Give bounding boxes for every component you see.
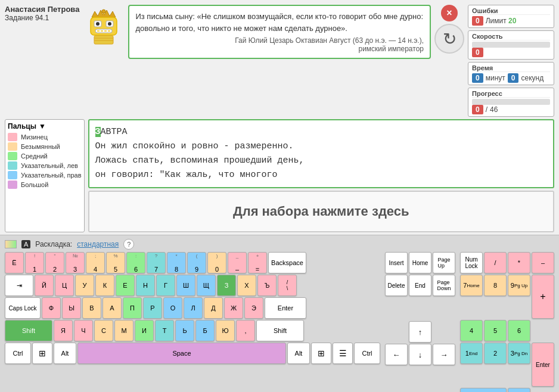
key-shift-right[interactable]: Shift: [256, 320, 304, 341]
key-6[interactable]: :6: [126, 252, 145, 273]
key-num6[interactable]: 6: [508, 320, 530, 341]
finger-header[interactable]: Пальцы ▼: [8, 122, 82, 130]
key-sh[interactable]: Ш: [176, 275, 195, 296]
quote-author: Гай Юлий Цезарь Октавиан Август (63 до н…: [135, 36, 424, 53]
key-down[interactable]: ↓: [409, 344, 431, 365]
key-win-left[interactable]: ⊞: [32, 343, 52, 364]
key-1[interactable]: !1: [25, 252, 44, 273]
key-num2[interactable]: 2: [484, 343, 507, 364]
key-b[interactable]: Б: [195, 320, 215, 341]
key-shift-left[interactable]: Shift: [5, 320, 52, 341]
key-num5[interactable]: 5: [484, 320, 507, 341]
key-yu[interactable]: Ю: [216, 320, 235, 341]
key-tab[interactable]: ⇥: [5, 275, 33, 296]
nav-grid-mid: Delete End PageDown: [385, 275, 455, 296]
key-num9[interactable]: 9Pg Up: [508, 275, 530, 296]
key-num-star[interactable]: *: [508, 252, 530, 273]
key-num3[interactable]: 3Pg Dn: [508, 343, 530, 364]
key-num8[interactable]: 8: [484, 275, 507, 296]
key-j[interactable]: Й: [35, 275, 54, 296]
key-num7[interactable]: 7Home: [460, 275, 483, 296]
key-comma[interactable]: ,: [236, 320, 255, 341]
key-8[interactable]: *8: [167, 252, 186, 273]
arrow-grid: ↑: [385, 321, 455, 343]
key-g[interactable]: Г: [156, 275, 175, 296]
key-e[interactable]: Э: [244, 297, 263, 319]
key-s[interactable]: С: [94, 320, 113, 341]
key-num0[interactable]: 0Insert: [460, 388, 507, 392]
key-num-plus[interactable]: +: [532, 275, 554, 319]
key-end[interactable]: End: [409, 275, 431, 296]
key-hard[interactable]: Ъ: [257, 275, 277, 296]
key-yo[interactable]: Ё: [5, 252, 24, 273]
key-insert[interactable]: Insert: [385, 252, 408, 273]
key-d[interactable]: Д: [204, 297, 223, 319]
key-l[interactable]: Л: [184, 297, 203, 319]
key-7[interactable]: ?7: [147, 252, 166, 273]
svg-rect-9: [104, 30, 107, 32]
key-3[interactable]: №3: [66, 252, 85, 273]
key-5[interactable]: %5: [106, 252, 125, 273]
layout-link[interactable]: стандартная: [77, 240, 119, 248]
key-left[interactable]: ←: [385, 344, 408, 365]
key-2[interactable]: "2: [45, 252, 64, 273]
key-pgup[interactable]: PageUp: [433, 252, 455, 273]
key-ctrl-left[interactable]: Ctrl: [5, 343, 31, 364]
refresh-button[interactable]: ↻: [434, 24, 464, 54]
key-space[interactable]: Space: [77, 343, 286, 364]
close-button[interactable]: ×: [441, 5, 458, 21]
key-9[interactable]: (9: [187, 252, 206, 273]
input-area[interactable]: Для набора нажмите здесь: [88, 191, 554, 232]
key-o[interactable]: О: [163, 297, 182, 319]
svg-point-4: [96, 22, 100, 26]
key-num-enter[interactable]: Enter: [532, 343, 554, 387]
key-kh[interactable]: Х: [237, 275, 256, 296]
key-up[interactable]: ↑: [409, 321, 431, 343]
key-n[interactable]: Н: [136, 275, 155, 296]
key-numlock[interactable]: NumLock: [460, 252, 483, 273]
key-f[interactable]: Ф: [42, 297, 61, 319]
key-p[interactable]: П: [123, 297, 142, 319]
key-enter[interactable]: Enter: [265, 297, 306, 319]
help-button[interactable]: ?: [123, 239, 134, 250]
key-0[interactable]: )0: [207, 252, 226, 273]
key-ye[interactable]: Е: [116, 275, 135, 296]
key-ctrl-right[interactable]: Ctrl: [354, 343, 380, 364]
key-r[interactable]: Р: [143, 297, 162, 319]
speed-value: 0: [472, 48, 483, 57]
key-k[interactable]: К: [95, 275, 114, 296]
key-pgdn[interactable]: PageDown: [433, 275, 455, 296]
key-4[interactable]: ;4: [86, 252, 105, 273]
key-m[interactable]: М: [114, 320, 133, 341]
key-yi[interactable]: Ы: [62, 297, 81, 319]
key-num-minus[interactable]: –: [532, 252, 554, 273]
key-t[interactable]: Т: [155, 320, 174, 341]
key-v[interactable]: В: [82, 297, 101, 319]
key-backspace[interactable]: Backspace: [268, 252, 306, 273]
key-num1[interactable]: 1End: [460, 343, 483, 364]
key-ya[interactable]: Я: [54, 320, 73, 341]
key-i[interactable]: И: [135, 320, 154, 341]
key-u[interactable]: У: [75, 275, 94, 296]
key-caps[interactable]: Caps Lock: [5, 297, 41, 319]
key-slash[interactable]: /\: [278, 275, 297, 296]
key-num-slash[interactable]: /: [484, 252, 507, 273]
key-a[interactable]: А: [103, 297, 122, 319]
key-right[interactable]: →: [433, 344, 455, 365]
key-ts[interactable]: Ц: [55, 275, 74, 296]
key-alt-left[interactable]: Alt: [54, 343, 76, 364]
key-num4[interactable]: 4: [460, 320, 483, 341]
key-num-dot[interactable]: .Del: [508, 388, 530, 392]
key-menu[interactable]: ☰: [333, 343, 353, 364]
key-win-right[interactable]: ⊞: [311, 343, 331, 364]
key-z[interactable]: З: [217, 275, 236, 296]
key-ch[interactable]: Ч: [74, 320, 93, 341]
key-zh[interactable]: Ж: [224, 297, 243, 319]
key-equals[interactable]: +=: [248, 252, 267, 273]
key-soft[interactable]: Ь: [175, 320, 194, 341]
key-shch[interactable]: Щ: [197, 275, 216, 296]
key-delete[interactable]: Delete: [385, 275, 408, 296]
key-alt-right[interactable]: Alt: [287, 343, 310, 364]
key-minus[interactable]: _–: [228, 252, 247, 273]
key-home[interactable]: Home: [409, 252, 431, 273]
